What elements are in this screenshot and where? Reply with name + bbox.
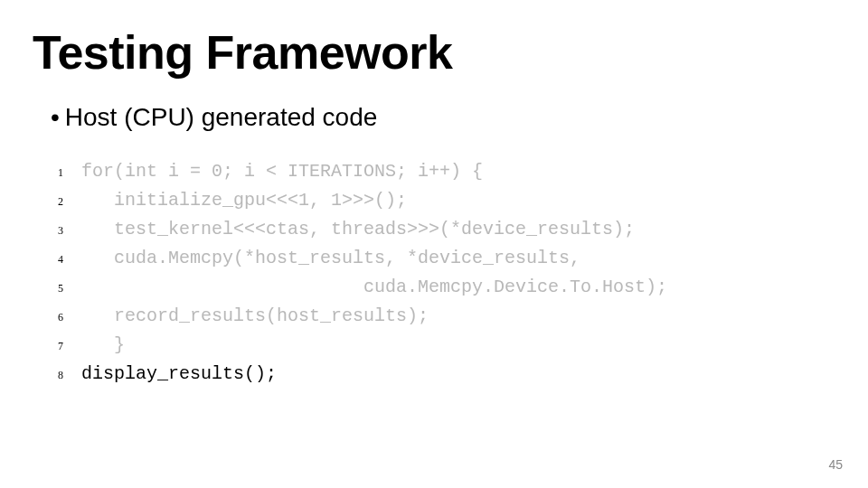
line-number: 7 [58,338,81,355]
code-line: 3 test_kernel<<<ctas, threads>>>(*device… [58,215,835,244]
line-number: 4 [58,251,81,268]
code-text: record_results(host_results); [81,302,429,331]
line-number: 6 [58,309,81,326]
slide-title: Testing Framework [33,25,835,80]
code-line: 7 } [58,331,835,360]
code-listing: 1 for(int i = 0; i < ITERATIONS; i++) { … [58,157,835,389]
code-line: 5 cuda.Memcpy.Device.To.Host); [58,273,835,302]
code-text: display_results(); [81,360,277,389]
page-number: 45 [828,457,843,472]
line-number: 8 [58,367,81,384]
bullet-icon: • [51,105,60,130]
code-text: cuda.Memcpy.Device.To.Host); [81,273,667,302]
code-line: 1 for(int i = 0; i < ITERATIONS; i++) { [58,157,835,186]
code-line: 8 display_results(); [58,360,835,389]
line-number: 1 [58,164,81,182]
bullet-item: • Host (CPU) generated code [51,103,835,132]
bullet-text: Host (CPU) generated code [65,103,378,132]
code-line: 2 initialize_gpu<<<1, 1>>>(); [58,186,835,215]
code-line: 6 record_results(host_results); [58,302,835,331]
code-text: } [81,331,125,360]
code-text: initialize_gpu<<<1, 1>>>(); [81,186,407,215]
code-text: for(int i = 0; i < ITERATIONS; i++) { [81,157,483,186]
code-line: 4 cuda.Memcpy(*host_results, *device_res… [58,244,835,273]
code-text: test_kernel<<<ctas, threads>>>(*device_r… [81,215,635,244]
line-number: 3 [58,222,81,239]
code-text: cuda.Memcpy(*host_results, *device_resul… [81,244,580,273]
line-number: 2 [58,193,81,211]
line-number: 5 [58,280,81,297]
slide: Testing Framework • Host (CPU) generated… [0,0,868,488]
